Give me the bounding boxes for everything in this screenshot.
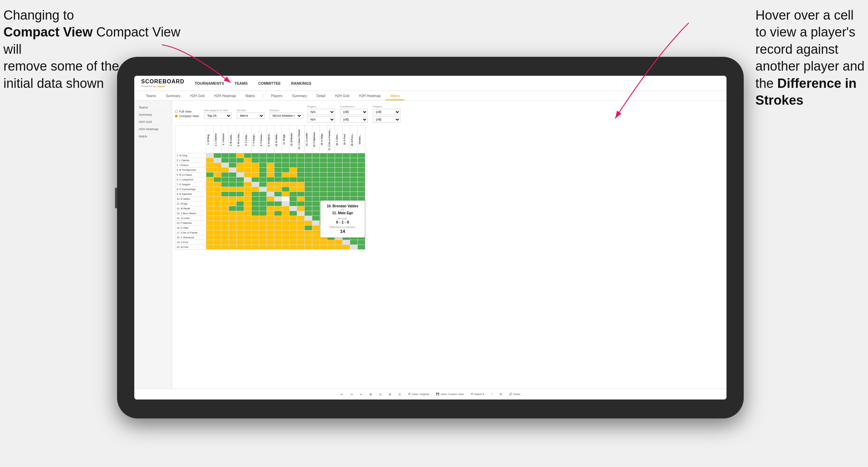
cell-17-13[interactable] [305, 235, 312, 240]
cell-2-5[interactable] [244, 163, 252, 168]
cell-1-8[interactable] [267, 158, 274, 163]
cell-9-7[interactable] [259, 197, 267, 201]
cell-16-9[interactable] [274, 230, 282, 235]
cell-4-11[interactable] [290, 173, 297, 177]
cell-4-15[interactable] [320, 173, 327, 177]
cell-18-15[interactable] [320, 240, 327, 245]
cell-12-13[interactable] [305, 211, 312, 216]
tab-summary[interactable]: Summary [161, 92, 185, 100]
cell-4-2[interactable] [221, 173, 229, 177]
cell-2-4[interactable] [237, 163, 244, 168]
cell-2-2[interactable] [221, 163, 229, 168]
cell-2-6[interactable] [252, 163, 259, 168]
cell-9-3[interactable] [229, 197, 237, 201]
cell-3-14[interactable] [312, 168, 320, 173]
cell-16-10[interactable] [282, 230, 290, 235]
nav-tournaments[interactable]: TOURNAMENTS [195, 80, 224, 87]
cell-5-8[interactable] [267, 177, 274, 182]
cell-3-11[interactable] [290, 168, 297, 173]
cell-19-4[interactable] [237, 245, 244, 250]
cell-0-6[interactable] [252, 153, 259, 158]
cell-6-12[interactable] [297, 182, 305, 187]
cell-12-2[interactable] [221, 211, 229, 216]
cell-17-11[interactable] [290, 235, 297, 240]
cell-8-20[interactable] [358, 192, 365, 197]
cell-14-11[interactable] [290, 221, 297, 226]
cell-17-7[interactable] [259, 235, 267, 240]
cell-8-5[interactable] [244, 192, 252, 197]
cell-10-3[interactable] [229, 201, 237, 206]
cell-13-0[interactable] [206, 216, 214, 221]
cell-0-4[interactable] [237, 153, 244, 158]
conference-select[interactable]: (All) [340, 109, 368, 115]
cell-4-14[interactable] [312, 173, 320, 177]
toolbar-grid[interactable]: ⊞ [500, 393, 502, 396]
cell-13-12[interactable] [297, 216, 305, 221]
cell-10-0[interactable] [206, 201, 214, 206]
cell-13-2[interactable] [221, 216, 229, 221]
cell-15-0[interactable] [206, 226, 214, 230]
tab-h2h-grid[interactable]: H2H Grid [185, 92, 209, 100]
cell-19-18[interactable] [343, 245, 350, 250]
cell-9-9[interactable] [274, 197, 282, 201]
cell-19-19[interactable] [350, 245, 358, 250]
cell-17-2[interactable] [221, 235, 229, 240]
cell-10-7[interactable] [259, 201, 267, 206]
cell-13-10[interactable] [282, 216, 290, 221]
cell-3-13[interactable] [305, 168, 312, 173]
cell-12-0[interactable] [206, 211, 214, 216]
cell-18-0[interactable] [206, 240, 214, 245]
cell-1-15[interactable] [320, 158, 327, 163]
cell-7-11[interactable] [290, 187, 297, 192]
cell-14-13[interactable] [305, 221, 312, 226]
cell-7-8[interactable] [267, 187, 274, 192]
cell-5-10[interactable] [282, 177, 290, 182]
cell-6-15[interactable] [320, 182, 327, 187]
cell-8-10[interactable] [282, 192, 290, 197]
toolbar-undo[interactable]: ↩ [341, 393, 343, 396]
toolbar-undo2[interactable]: ↩ [360, 393, 363, 396]
cell-2-13[interactable] [305, 163, 312, 168]
cell-3-20[interactable] [358, 168, 365, 173]
cell-19-20[interactable] [358, 245, 365, 250]
cell-2-7[interactable] [259, 163, 267, 168]
cell-0-13[interactable] [305, 153, 312, 158]
cell-13-14[interactable] [312, 216, 320, 221]
cell-5-9[interactable] [274, 177, 282, 182]
cell-7-9[interactable] [274, 187, 282, 192]
cell-7-0[interactable] [206, 187, 214, 192]
cell-19-11[interactable] [290, 245, 297, 250]
cell-4-6[interactable] [252, 173, 259, 177]
cell-3-10[interactable] [282, 168, 290, 173]
cell-1-14[interactable] [312, 158, 320, 163]
cell-16-6[interactable] [252, 230, 259, 235]
cell-9-4[interactable] [237, 197, 244, 201]
cell-17-3[interactable] [229, 235, 237, 240]
cell-12-10[interactable] [282, 211, 290, 216]
cell-19-5[interactable] [244, 245, 252, 250]
cell-6-17[interactable] [335, 182, 343, 187]
cell-5-2[interactable] [221, 177, 229, 182]
compact-view-option[interactable]: Compact View [175, 114, 199, 118]
cell-9-10[interactable] [282, 197, 290, 201]
tab-matrix2[interactable]: Matrix [386, 92, 405, 100]
cell-18-5[interactable] [244, 240, 252, 245]
cell-2-20[interactable] [358, 163, 365, 168]
tab-h2h-heatmap2[interactable]: H2H Heatmap [354, 92, 386, 100]
region-select[interactable]: N/A [307, 109, 335, 115]
left-tab-summary[interactable]: Summary [136, 111, 170, 118]
cell-4-3[interactable] [229, 173, 237, 177]
cell-10-10[interactable] [282, 201, 290, 206]
cell-12-6[interactable] [252, 211, 259, 216]
cell-2-0[interactable] [206, 163, 214, 168]
cell-18-9[interactable] [274, 240, 282, 245]
cell-1-4[interactable] [237, 158, 244, 163]
cell-8-14[interactable] [312, 192, 320, 197]
cell-19-2[interactable] [221, 245, 229, 250]
cell-0-0[interactable] [206, 153, 214, 158]
cell-9-13[interactable] [305, 197, 312, 201]
cell-3-2[interactable] [221, 168, 229, 173]
cell-11-0[interactable] [206, 206, 214, 211]
cell-6-5[interactable] [244, 182, 252, 187]
cell-9-8[interactable] [267, 197, 274, 201]
